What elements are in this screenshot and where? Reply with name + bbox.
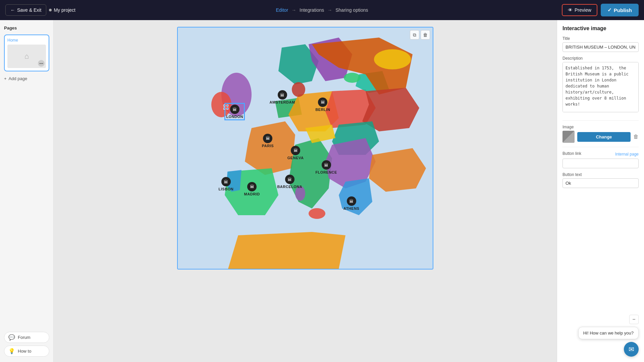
chat-widget: − Hi! How can we help you? ✉: [578, 315, 639, 357]
editor-step[interactable]: Editor: [276, 7, 288, 13]
chat-open-button[interactable]: ✉: [624, 342, 639, 357]
pin-geneva-circle: 🏛: [291, 146, 300, 155]
pin-madrid-label: MADRID: [244, 192, 260, 196]
pin-geneva[interactable]: 🏛 GENEVA: [287, 146, 304, 160]
change-image-button[interactable]: Change: [577, 132, 631, 142]
add-page-button[interactable]: + Add page: [4, 76, 49, 81]
left-sidebar: Pages Home ⌂ ••• + Add page 💬 Forum 💡 Ho…: [0, 20, 54, 362]
pin-lisbon-circle: 🏛: [221, 177, 231, 186]
svg-point-22: [344, 73, 361, 83]
canvas-area: 🏛 LONDON 🏛 AMSTERDAM 🏛 B: [54, 20, 557, 362]
pin-amsterdam[interactable]: 🏛 AMSTERDAM: [270, 90, 295, 104]
home-page-card[interactable]: Home ⌂ •••: [4, 35, 49, 71]
messenger-icon: ✉: [629, 345, 634, 353]
delete-map-button[interactable]: 🗑: [421, 30, 430, 40]
pin-florence-circle: 🏛: [322, 160, 331, 170]
eye-icon: 👁: [568, 7, 573, 13]
chat-bubble-container: Hi! How can we help you?: [578, 327, 639, 339]
copy-map-button[interactable]: ⧉: [410, 30, 419, 40]
chat-minimize-button[interactable]: −: [629, 315, 639, 324]
chat-message: Hi! How can we help you?: [583, 330, 634, 336]
pin-paris-circle: 🏛: [263, 134, 272, 143]
pin-amsterdam-circle: 🏛: [278, 90, 287, 100]
pin-lisbon-label: LISBON: [219, 187, 234, 191]
pin-barcelona[interactable]: 🏛 BARCELONA: [277, 175, 302, 189]
nav-center: Editor → Integrations → Sharing options: [276, 7, 368, 13]
panel-divider-1: [562, 120, 639, 121]
check-icon: ✓: [607, 7, 612, 13]
title-input[interactable]: [562, 42, 639, 52]
map-container[interactable]: 🏛 LONDON 🏛 AMSTERDAM 🏛 B: [178, 27, 433, 269]
right-panel: Interactive image Title Description Esta…: [557, 20, 644, 362]
chat-bubble: Hi! How can we help you?: [578, 327, 639, 339]
publish-label: Publish: [614, 7, 632, 13]
minus-icon: −: [632, 316, 635, 322]
save-exit-button[interactable]: ← Save & Exit: [5, 4, 46, 16]
pin-london[interactable]: 🏛 LONDON: [226, 105, 243, 119]
button-text-label: Button text: [562, 172, 639, 177]
pin-paris-label: PARIS: [262, 144, 274, 148]
pin-berlin-circle: 🏛: [318, 98, 327, 107]
description-field-label: Description: [562, 56, 639, 61]
pin-florence-label: FLORENCE: [315, 170, 337, 174]
copy-icon: ⧉: [413, 32, 416, 38]
pin-berlin-label: BERLIN: [315, 108, 330, 112]
image-section: Change 🗑: [562, 131, 639, 143]
page-more-button[interactable]: •••: [38, 60, 45, 67]
pin-london-circle: 🏛: [230, 105, 239, 114]
preview-label: Preview: [575, 7, 591, 13]
map-controls: ⧉ 🗑: [410, 30, 430, 40]
project-name: My project: [49, 7, 75, 13]
button-link-label: Button link: [562, 151, 581, 156]
save-exit-label: Save & Exit: [17, 7, 41, 13]
pin-florence[interactable]: 🏛 FLORENCE: [315, 160, 337, 174]
arrow-1-icon: →: [291, 7, 296, 13]
svg-marker-20: [228, 232, 345, 269]
page-thumbnail: ⌂ •••: [7, 45, 46, 68]
howto-item[interactable]: 💡 How to: [4, 346, 49, 357]
sharing-options-step[interactable]: Sharing options: [335, 7, 368, 13]
pages-title: Pages: [4, 25, 49, 31]
svg-point-24: [309, 208, 325, 219]
forum-label: Forum: [18, 335, 31, 340]
pin-madrid[interactable]: 🏛 MADRID: [244, 182, 260, 196]
pin-barcelona-label: BARCELONA: [277, 185, 302, 189]
image-thumb-inner: [562, 131, 575, 143]
pin-paris[interactable]: 🏛 PARIS: [262, 134, 274, 148]
sidebar-bottom: 💬 Forum 💡 How to: [4, 332, 49, 357]
pin-berlin[interactable]: 🏛 BERLIN: [315, 98, 330, 112]
forum-icon: 💬: [8, 334, 15, 341]
pin-madrid-circle: 🏛: [247, 182, 257, 191]
pin-amsterdam-label: AMSTERDAM: [270, 100, 295, 104]
forum-item[interactable]: 💬 Forum: [4, 332, 49, 343]
home-page-label: Home: [7, 38, 46, 43]
publish-button[interactable]: ✓ Publish: [601, 4, 639, 16]
button-link-input[interactable]: [562, 159, 639, 168]
button-link-row: Button link Internal page: [562, 151, 639, 157]
pin-lisbon[interactable]: 🏛 LISBON: [219, 177, 234, 191]
preview-button[interactable]: 👁 Preview: [562, 4, 597, 16]
button-text-input[interactable]: [562, 178, 639, 188]
nav-right: 👁 Preview ✓ Publish: [562, 4, 639, 16]
panel-divider-2: [562, 147, 639, 147]
arrow-2-icon: →: [327, 7, 332, 13]
image-thumbnail: [562, 131, 575, 143]
title-field-label: Title: [562, 36, 639, 41]
howto-icon: 💡: [8, 348, 15, 354]
pin-athens[interactable]: 🏛 ATHENS: [343, 196, 359, 210]
description-textarea[interactable]: Established in 1753, the British Museum …: [562, 62, 639, 112]
svg-point-21: [374, 49, 411, 69]
pin-barcelona-circle: 🏛: [285, 175, 294, 184]
pin-athens-label: ATHENS: [343, 206, 359, 210]
pin-athens-circle: 🏛: [347, 196, 356, 206]
delete-image-button[interactable]: 🗑: [633, 134, 639, 140]
internal-page-link[interactable]: Internal page: [615, 152, 639, 157]
image-field-label: Image: [562, 125, 639, 129]
canvas-wrapper: 🏛 LONDON 🏛 AMSTERDAM 🏛 B: [177, 27, 433, 269]
howto-label: How to: [18, 349, 31, 354]
main-layout: Pages Home ⌂ ••• + Add page 💬 Forum 💡 Ho…: [0, 20, 644, 362]
integrations-step[interactable]: Integrations: [300, 7, 324, 13]
nav-left: ← Save & Exit My project: [5, 4, 75, 16]
panel-title: Interactive image: [562, 25, 639, 32]
arrow-left-icon: ←: [10, 7, 15, 13]
